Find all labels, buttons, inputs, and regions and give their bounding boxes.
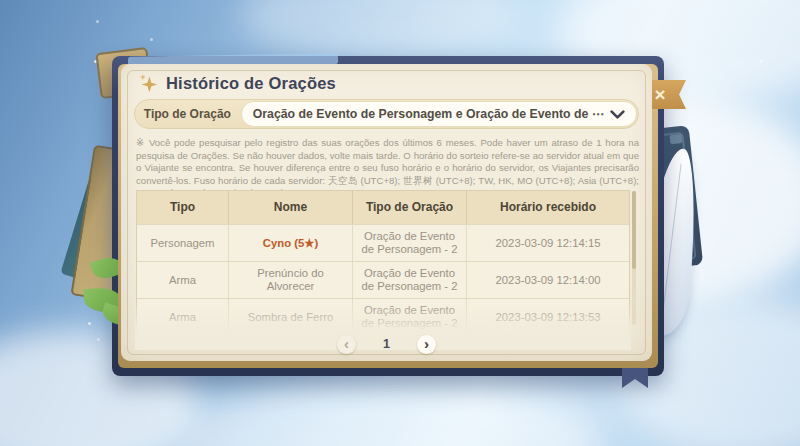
sparkle-icon	[138, 73, 159, 94]
cell-tipo: Arma	[137, 262, 229, 298]
cell-tipo: Arma	[137, 299, 229, 335]
cell-nome: Prenúncio do Alvorecer	[229, 262, 353, 298]
chevron-left-icon: ‹	[344, 336, 349, 353]
cell-tipo: Personagem	[137, 225, 229, 261]
cloud	[240, 0, 520, 60]
next-page-button[interactable]: ›	[417, 335, 436, 354]
sky-sparkle	[150, 38, 153, 41]
wish-history-dialog: Histórico de Orações Tipo de Oração Oraç…	[121, 64, 652, 361]
cell-horario: 2023-03-09 12:13:53	[467, 299, 629, 335]
filter-label: Tipo de Oração	[135, 100, 240, 128]
sky-sparkle	[760, 60, 763, 63]
page-title: Histórico de Orações	[166, 74, 336, 93]
cell-horario: 2023-03-09 12:14:15	[467, 225, 629, 261]
wish-type-dropdown[interactable]: Oração de Evento de Personagem e Oração …	[241, 101, 637, 127]
previous-page-button[interactable]: ‹	[337, 335, 356, 354]
cell-oracao: Oração de Evento de Personagem - 2	[353, 299, 467, 335]
wish-history-screen: × Histórico de Orações Tipo de Oração Or…	[0, 0, 800, 446]
scrollbar-thumb[interactable]	[632, 191, 636, 269]
header-nome: Nome	[229, 191, 353, 224]
pagination: ‹ 1 ›	[121, 331, 652, 357]
chevron-right-icon: ›	[424, 336, 429, 353]
cell-oracao: Oração de Evento de Personagem - 2	[353, 262, 467, 298]
header-tipo: Tipo	[137, 191, 229, 224]
table-row: Arma Prenúncio do Alvorecer Oração de Ev…	[137, 261, 629, 298]
chevron-down-icon	[610, 109, 625, 120]
dialog-header: Histórico de Orações	[138, 73, 336, 94]
cell-nome: Cyno (5★)	[229, 225, 353, 261]
sky-sparkle	[97, 338, 100, 341]
close-icon: ×	[654, 85, 671, 104]
cell-horario: 2023-03-09 12:14:00	[467, 262, 629, 298]
wish-history-table: Tipo Nome Tipo de Oração Horário recebid…	[136, 190, 630, 345]
table-header-row: Tipo Nome Tipo de Oração Horário recebid…	[137, 191, 629, 224]
cell-oracao: Oração de Evento de Personagem - 2	[353, 225, 467, 261]
wish-type-filter: Tipo de Oração Oração de Evento de Perso…	[134, 99, 639, 129]
sky-sparkle	[88, 322, 91, 325]
table-row: Personagem Cyno (5★) Oração de Evento de…	[137, 224, 629, 261]
cloud	[180, 380, 600, 446]
table-row: Arma Sombra de Ferro Oração de Evento de…	[137, 298, 629, 335]
dropdown-selected-value: Oração de Evento de Personagem e Oração …	[253, 107, 604, 121]
table-scrollbar[interactable]	[632, 191, 636, 325]
current-page-number: 1	[383, 337, 390, 351]
header-oracao: Tipo de Oração	[353, 191, 467, 224]
header-horario: Horário recebido	[467, 191, 629, 224]
sky-sparkle	[96, 20, 99, 23]
cell-nome: Sombra de Ferro	[229, 299, 353, 335]
